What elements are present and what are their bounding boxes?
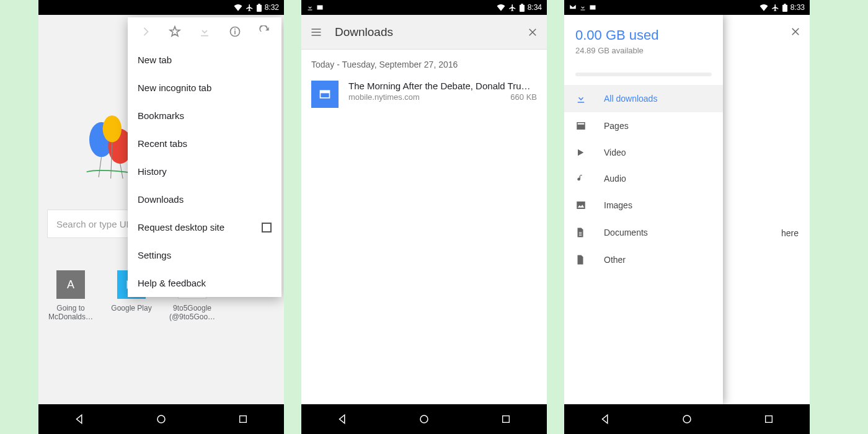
shortcut-label: Going to McDonalds…	[47, 304, 94, 321]
storage-available: 24.89 GB available	[575, 46, 712, 55]
svg-rect-14	[577, 202, 585, 209]
play-icon	[575, 148, 588, 157]
android-navbar	[301, 404, 547, 434]
storage-used: 0.00 GB used	[575, 27, 712, 43]
downloads-screen: Downloads Today - Tuesday, September 27,…	[301, 15, 547, 404]
statusbar: 8:32	[38, 0, 284, 15]
recents-icon[interactable]	[237, 413, 249, 425]
statusbar-time: 8:33	[790, 3, 805, 12]
menu-icon-row	[128, 17, 281, 46]
shortcut-label: Google Play	[111, 304, 151, 312]
menu-item-recent-tabs[interactable]: Recent tabs	[128, 130, 281, 157]
svg-point-15	[683, 415, 691, 423]
download-title: The Morning After the Debate, Donald Tru…	[348, 81, 537, 91]
home-icon[interactable]	[155, 413, 167, 425]
desktop-site-checkbox[interactable]	[262, 223, 272, 232]
downloads-header: Downloads	[301, 15, 547, 50]
menu-item-help[interactable]: Help & feedback	[128, 269, 281, 297]
home-icon[interactable]	[418, 413, 430, 425]
search-placeholder: Search or type UR	[56, 219, 133, 229]
wifi-icon	[760, 4, 768, 11]
svg-rect-8	[321, 91, 330, 93]
drawer-item-images[interactable]: Images	[564, 192, 723, 219]
drawer-item-label: Video	[604, 148, 626, 157]
battery-icon	[782, 4, 787, 12]
downloads-scrim[interactable]: here 0.00 GB used 24.89 GB available All…	[564, 15, 810, 404]
drawer-item-label: Other	[604, 255, 626, 265]
menu-item-bookmarks[interactable]: Bookmarks	[128, 102, 281, 130]
android-navbar	[564, 404, 810, 434]
battery-icon	[520, 4, 525, 12]
close-icon[interactable]	[527, 27, 538, 38]
android-navbar	[38, 404, 284, 434]
statusbar-time: 8:32	[265, 3, 279, 12]
image-icon	[575, 200, 588, 211]
shortcut-label: 9to5Google (@9to5Goo…	[169, 304, 216, 321]
drawer-header: 0.00 GB used 24.89 GB available	[564, 15, 723, 64]
drawer-item-video[interactable]: Video	[564, 140, 723, 166]
refresh-icon[interactable]	[258, 25, 272, 38]
menu-item-desktop-site[interactable]: Request desktop site	[128, 213, 281, 241]
info-icon[interactable]	[228, 25, 242, 38]
download-notification-icon	[579, 4, 587, 11]
screenshot-notification-icon	[316, 4, 324, 11]
statusbar: 8:33	[564, 0, 810, 15]
download-icon	[575, 93, 588, 104]
battery-icon	[257, 4, 262, 12]
chrome-overflow-menu: New tab New incognito tab Bookmarks Rece…	[128, 17, 281, 297]
svg-point-4	[157, 415, 165, 423]
forward-icon[interactable]	[138, 25, 151, 38]
menu-item-history[interactable]: History	[128, 157, 281, 185]
drawer-item-all[interactable]: All downloads	[564, 85, 723, 112]
menu-item-incognito[interactable]: New incognito tab	[128, 74, 281, 102]
svg-point-9	[420, 415, 428, 423]
drawer-item-other[interactable]: Other	[564, 246, 723, 273]
star-icon[interactable]	[168, 25, 182, 38]
download-icon[interactable]	[198, 25, 211, 38]
drawer-item-label: All downloads	[604, 94, 657, 104]
drawer-item-documents[interactable]: Documents	[564, 219, 723, 246]
menu-item-downloads[interactable]: Downloads	[128, 185, 281, 213]
close-icon[interactable]	[790, 26, 801, 37]
shortcut-favicon: A	[56, 270, 85, 299]
drawer-item-pages[interactable]: Pages	[564, 112, 723, 140]
wifi-icon	[497, 4, 505, 11]
drawer-item-label: Pages	[604, 121, 629, 131]
download-notification-icon	[306, 4, 314, 11]
drawer-item-label: Documents	[604, 228, 648, 237]
menu-item-settings[interactable]: Settings	[128, 241, 281, 269]
svg-rect-16	[766, 416, 773, 423]
peek-partial-text: here	[781, 228, 799, 238]
statusbar-time: 8:34	[528, 3, 542, 12]
wifi-icon	[234, 4, 242, 11]
downloads-title: Downloads	[335, 25, 515, 39]
statusbar: 8:34	[301, 0, 547, 15]
home-icon[interactable]	[681, 413, 693, 425]
phone-screen-2: 8:34 Downloads Today - Tuesday, Septembe…	[301, 0, 547, 434]
menu-item-new-tab[interactable]: New tab	[128, 46, 281, 74]
svg-point-2	[103, 115, 122, 142]
svg-rect-13	[578, 123, 585, 125]
svg-rect-10	[503, 416, 510, 423]
download-thumbnail	[311, 81, 339, 108]
downloads-list-peek: here	[723, 15, 810, 404]
hamburger-icon[interactable]	[310, 26, 322, 38]
shortcut-tile[interactable]: A Going to McDonalds…	[47, 270, 94, 321]
back-icon[interactable]	[599, 413, 611, 425]
download-item[interactable]: The Morning After the Debate, Donald Tru…	[301, 76, 547, 113]
recents-icon[interactable]	[763, 413, 775, 425]
downloads-date-header: Today - Tuesday, September 27, 2016	[301, 50, 547, 76]
music-note-icon	[575, 174, 588, 184]
phone-screen-3: 8:33 here 0.00 GB used 24.89 GB availabl…	[564, 0, 810, 434]
phone-screen-1: 8:32 Search or type UR A Going to McDona…	[38, 0, 284, 434]
drawer-item-audio[interactable]: Audio	[564, 166, 723, 192]
back-icon[interactable]	[73, 413, 86, 425]
airplane-icon	[771, 4, 779, 12]
download-source: mobile.nytimes.com	[348, 92, 420, 102]
file-icon	[575, 254, 588, 265]
svg-rect-6	[317, 6, 323, 10]
back-icon[interactable]	[336, 413, 348, 425]
airplane-icon	[508, 4, 516, 12]
recents-icon[interactable]	[500, 413, 512, 425]
drawer-item-label: Images	[604, 200, 632, 210]
